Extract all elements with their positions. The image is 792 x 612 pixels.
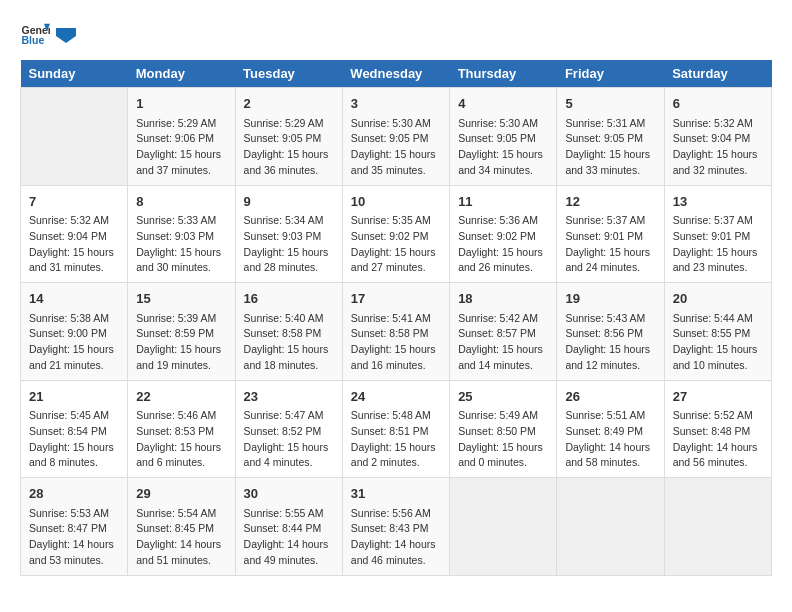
calendar-cell: 2Sunrise: 5:29 AM Sunset: 9:05 PM Daylig…	[235, 88, 342, 186]
day-number: 18	[458, 289, 548, 309]
calendar-cell: 18Sunrise: 5:42 AM Sunset: 8:57 PM Dayli…	[450, 283, 557, 381]
day-info: Sunrise: 5:51 AM Sunset: 8:49 PM Dayligh…	[565, 408, 655, 471]
day-info: Sunrise: 5:33 AM Sunset: 9:03 PM Dayligh…	[136, 213, 226, 276]
calendar-cell: 30Sunrise: 5:55 AM Sunset: 8:44 PM Dayli…	[235, 478, 342, 576]
day-number: 29	[136, 484, 226, 504]
day-number: 10	[351, 192, 441, 212]
weekday-header-friday: Friday	[557, 60, 664, 88]
weekday-header-row: SundayMondayTuesdayWednesdayThursdayFrid…	[21, 60, 772, 88]
day-info: Sunrise: 5:37 AM Sunset: 9:01 PM Dayligh…	[673, 213, 763, 276]
calendar-cell: 31Sunrise: 5:56 AM Sunset: 8:43 PM Dayli…	[342, 478, 449, 576]
calendar-table: SundayMondayTuesdayWednesdayThursdayFrid…	[20, 60, 772, 576]
day-number: 20	[673, 289, 763, 309]
calendar-cell: 17Sunrise: 5:41 AM Sunset: 8:58 PM Dayli…	[342, 283, 449, 381]
day-number: 17	[351, 289, 441, 309]
day-number: 11	[458, 192, 548, 212]
day-info: Sunrise: 5:34 AM Sunset: 9:03 PM Dayligh…	[244, 213, 334, 276]
day-info: Sunrise: 5:38 AM Sunset: 9:00 PM Dayligh…	[29, 311, 119, 374]
day-info: Sunrise: 5:40 AM Sunset: 8:58 PM Dayligh…	[244, 311, 334, 374]
day-number: 23	[244, 387, 334, 407]
calendar-cell: 28Sunrise: 5:53 AM Sunset: 8:47 PM Dayli…	[21, 478, 128, 576]
calendar-cell: 25Sunrise: 5:49 AM Sunset: 8:50 PM Dayli…	[450, 380, 557, 478]
calendar-cell: 29Sunrise: 5:54 AM Sunset: 8:45 PM Dayli…	[128, 478, 235, 576]
day-number: 14	[29, 289, 119, 309]
calendar-cell: 21Sunrise: 5:45 AM Sunset: 8:54 PM Dayli…	[21, 380, 128, 478]
day-number: 22	[136, 387, 226, 407]
day-info: Sunrise: 5:37 AM Sunset: 9:01 PM Dayligh…	[565, 213, 655, 276]
day-number: 26	[565, 387, 655, 407]
calendar-cell: 13Sunrise: 5:37 AM Sunset: 9:01 PM Dayli…	[664, 185, 771, 283]
day-number: 9	[244, 192, 334, 212]
calendar-cell: 1Sunrise: 5:29 AM Sunset: 9:06 PM Daylig…	[128, 88, 235, 186]
day-info: Sunrise: 5:44 AM Sunset: 8:55 PM Dayligh…	[673, 311, 763, 374]
week-row-5: 28Sunrise: 5:53 AM Sunset: 8:47 PM Dayli…	[21, 478, 772, 576]
day-info: Sunrise: 5:52 AM Sunset: 8:48 PM Dayligh…	[673, 408, 763, 471]
day-info: Sunrise: 5:42 AM Sunset: 8:57 PM Dayligh…	[458, 311, 548, 374]
day-info: Sunrise: 5:32 AM Sunset: 9:04 PM Dayligh…	[29, 213, 119, 276]
calendar-cell	[557, 478, 664, 576]
day-number: 3	[351, 94, 441, 114]
day-info: Sunrise: 5:54 AM Sunset: 8:45 PM Dayligh…	[136, 506, 226, 569]
week-row-1: 1Sunrise: 5:29 AM Sunset: 9:06 PM Daylig…	[21, 88, 772, 186]
day-number: 16	[244, 289, 334, 309]
day-info: Sunrise: 5:45 AM Sunset: 8:54 PM Dayligh…	[29, 408, 119, 471]
weekday-header-monday: Monday	[128, 60, 235, 88]
weekday-header-saturday: Saturday	[664, 60, 771, 88]
day-info: Sunrise: 5:29 AM Sunset: 9:06 PM Dayligh…	[136, 116, 226, 179]
calendar-cell: 19Sunrise: 5:43 AM Sunset: 8:56 PM Dayli…	[557, 283, 664, 381]
day-info: Sunrise: 5:48 AM Sunset: 8:51 PM Dayligh…	[351, 408, 441, 471]
day-number: 6	[673, 94, 763, 114]
day-info: Sunrise: 5:30 AM Sunset: 9:05 PM Dayligh…	[351, 116, 441, 179]
calendar-cell	[450, 478, 557, 576]
calendar-cell: 7Sunrise: 5:32 AM Sunset: 9:04 PM Daylig…	[21, 185, 128, 283]
calendar-cell: 27Sunrise: 5:52 AM Sunset: 8:48 PM Dayli…	[664, 380, 771, 478]
day-info: Sunrise: 5:43 AM Sunset: 8:56 PM Dayligh…	[565, 311, 655, 374]
calendar-cell: 12Sunrise: 5:37 AM Sunset: 9:01 PM Dayli…	[557, 185, 664, 283]
week-row-2: 7Sunrise: 5:32 AM Sunset: 9:04 PM Daylig…	[21, 185, 772, 283]
day-info: Sunrise: 5:29 AM Sunset: 9:05 PM Dayligh…	[244, 116, 334, 179]
day-info: Sunrise: 5:53 AM Sunset: 8:47 PM Dayligh…	[29, 506, 119, 569]
day-number: 28	[29, 484, 119, 504]
day-info: Sunrise: 5:49 AM Sunset: 8:50 PM Dayligh…	[458, 408, 548, 471]
calendar-cell: 8Sunrise: 5:33 AM Sunset: 9:03 PM Daylig…	[128, 185, 235, 283]
day-number: 1	[136, 94, 226, 114]
calendar-cell: 22Sunrise: 5:46 AM Sunset: 8:53 PM Dayli…	[128, 380, 235, 478]
day-number: 15	[136, 289, 226, 309]
svg-text:Blue: Blue	[22, 34, 45, 46]
day-number: 7	[29, 192, 119, 212]
calendar-cell: 24Sunrise: 5:48 AM Sunset: 8:51 PM Dayli…	[342, 380, 449, 478]
weekday-header-sunday: Sunday	[21, 60, 128, 88]
day-number: 4	[458, 94, 548, 114]
calendar-cell: 4Sunrise: 5:30 AM Sunset: 9:05 PM Daylig…	[450, 88, 557, 186]
svg-marker-3	[56, 28, 76, 43]
day-info: Sunrise: 5:32 AM Sunset: 9:04 PM Dayligh…	[673, 116, 763, 179]
calendar-cell: 10Sunrise: 5:35 AM Sunset: 9:02 PM Dayli…	[342, 185, 449, 283]
day-number: 27	[673, 387, 763, 407]
day-info: Sunrise: 5:56 AM Sunset: 8:43 PM Dayligh…	[351, 506, 441, 569]
header: General Blue	[20, 20, 772, 50]
day-info: Sunrise: 5:39 AM Sunset: 8:59 PM Dayligh…	[136, 311, 226, 374]
calendar-cell: 5Sunrise: 5:31 AM Sunset: 9:05 PM Daylig…	[557, 88, 664, 186]
day-number: 31	[351, 484, 441, 504]
calendar-cell: 3Sunrise: 5:30 AM Sunset: 9:05 PM Daylig…	[342, 88, 449, 186]
calendar-cell: 14Sunrise: 5:38 AM Sunset: 9:00 PM Dayli…	[21, 283, 128, 381]
weekday-header-tuesday: Tuesday	[235, 60, 342, 88]
calendar-cell: 15Sunrise: 5:39 AM Sunset: 8:59 PM Dayli…	[128, 283, 235, 381]
weekday-header-thursday: Thursday	[450, 60, 557, 88]
day-info: Sunrise: 5:36 AM Sunset: 9:02 PM Dayligh…	[458, 213, 548, 276]
calendar-cell: 20Sunrise: 5:44 AM Sunset: 8:55 PM Dayli…	[664, 283, 771, 381]
day-number: 12	[565, 192, 655, 212]
calendar-cell: 23Sunrise: 5:47 AM Sunset: 8:52 PM Dayli…	[235, 380, 342, 478]
calendar-cell: 16Sunrise: 5:40 AM Sunset: 8:58 PM Dayli…	[235, 283, 342, 381]
calendar-cell: 6Sunrise: 5:32 AM Sunset: 9:04 PM Daylig…	[664, 88, 771, 186]
day-info: Sunrise: 5:47 AM Sunset: 8:52 PM Dayligh…	[244, 408, 334, 471]
weekday-header-wednesday: Wednesday	[342, 60, 449, 88]
calendar-cell	[21, 88, 128, 186]
calendar-cell: 26Sunrise: 5:51 AM Sunset: 8:49 PM Dayli…	[557, 380, 664, 478]
day-number: 21	[29, 387, 119, 407]
day-info: Sunrise: 5:30 AM Sunset: 9:05 PM Dayligh…	[458, 116, 548, 179]
calendar-cell: 11Sunrise: 5:36 AM Sunset: 9:02 PM Dayli…	[450, 185, 557, 283]
day-number: 8	[136, 192, 226, 212]
day-info: Sunrise: 5:41 AM Sunset: 8:58 PM Dayligh…	[351, 311, 441, 374]
logo: General Blue	[20, 20, 76, 50]
